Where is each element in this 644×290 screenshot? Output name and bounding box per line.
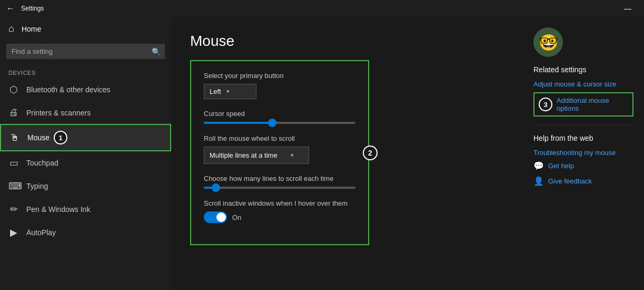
inactive-scroll-label: Scroll inactive windows when I hover ove… [204,199,355,207]
right-panel: 🤓 Related settings Adjust mouse & cursor… [523,17,644,290]
sidebar-item-autoplay[interactable]: ▶ AutoPlay [0,221,171,244]
lines-scroll-row: Choose how many lines to scroll each tim… [204,175,355,189]
search-input[interactable] [6,44,165,59]
inactive-scroll-toggle[interactable] [204,211,227,223]
troubleshoot-link[interactable]: Troubleshooting my mouse [533,149,633,157]
mouse-settings-panel: Select your primary button Left ▾ Cursor… [190,60,369,245]
section-divider [533,125,633,125]
sidebar-item-printers[interactable]: 🖨 Printers & scanners [0,101,171,124]
additional-mouse-options-link[interactable]: 3 Additional mouse options [533,92,633,117]
back-button[interactable]: ← [6,4,15,13]
sidebar-item-touchpad[interactable]: ▭ Touchpad [0,151,171,175]
get-help-link[interactable]: Get help [548,162,574,170]
slider-thumb[interactable] [268,119,276,127]
adjust-mouse-link[interactable]: Adjust mouse & cursor size [533,80,633,88]
sidebar-section-label: Devices [0,65,171,78]
minimize-button[interactable]: — [618,4,638,13]
related-settings-title: Related settings [533,65,633,74]
get-help-item[interactable]: 💬 Get help [533,161,633,171]
cursor-speed-label: Cursor speed [204,110,355,118]
typing-icon: ⌨ [8,180,19,192]
printer-icon: 🖨 [8,107,19,118]
app-title: Settings [21,5,44,12]
get-help-icon: 💬 [533,161,544,171]
lines-scroll-slider[interactable] [204,187,355,189]
home-label: Home [22,25,41,33]
sidebar-item-label: Typing [26,182,48,190]
titlebar: ← Settings — [0,0,644,17]
sidebar-item-label: AutoPlay [26,228,56,237]
lines-scroll-label: Choose how many lines to scroll each tim… [204,175,355,182]
primary-button-label: Select your primary button [204,72,355,80]
bluetooth-icon: ⬡ [8,84,19,95]
panel-badge: 2 [363,146,378,160]
dropdown-arrow-icon: ▾ [226,88,230,95]
sidebar-item-typing[interactable]: ⌨ Typing [0,175,171,198]
slider-track [204,122,355,124]
sidebar-home[interactable]: ⌂ Home [0,17,171,41]
sidebar-item-pen[interactable]: ✏ Pen & Windows Ink [0,198,171,221]
window-controls: — [618,4,638,13]
search-icon[interactable]: 🔍 [152,47,161,56]
sidebar-item-mouse[interactable]: 🖱 Mouse 1 [0,124,171,151]
toggle-value: On [232,214,241,221]
page-title: Mouse [190,33,504,50]
sidebar-item-bluetooth[interactable]: ⬡ Bluetooth & other devices [0,78,171,101]
scroll-wheel-value: Multiple lines at a time [210,151,278,159]
toggle-row: On [204,211,355,223]
give-feedback-link[interactable]: Give feedback [548,177,592,185]
sidebar-item-label: Mouse [27,133,49,142]
sidebar-item-label: Pen & Windows Ink [26,205,90,214]
avatar: 🤓 [533,27,563,57]
give-feedback-icon: 👤 [533,176,544,186]
autoplay-icon: ▶ [8,227,19,238]
primary-button-dropdown[interactable]: Left ▾ [204,84,256,99]
toggle-knob [216,212,226,222]
sidebar-item-label: Bluetooth & other devices [26,85,111,94]
main-layout: ⌂ Home 🔍 Devices ⬡ Bluetooth & other dev… [0,17,644,290]
primary-button-value: Left [210,88,221,95]
content-area: Mouse Select your primary button Left ▾ … [171,17,523,290]
search-box: 🔍 [6,44,165,59]
sidebar-item-label: Touchpad [26,159,58,167]
slider-track [204,187,355,189]
mouse-badge: 1 [54,131,67,144]
give-feedback-item[interactable]: 👤 Give feedback [533,176,633,186]
pen-icon: ✏ [8,204,19,215]
slider-thumb[interactable] [212,183,220,192]
scroll-wheel-dropdown[interactable]: Multiple lines at a time ▾ [204,147,309,164]
sidebar-item-label: Printers & scanners [26,109,91,117]
slider-fill [204,122,272,124]
additional-link-text: Additional mouse options [557,96,628,112]
primary-button-row: Select your primary button Left ▾ [204,72,355,99]
wide-dropdown-arrow-icon: ▾ [291,152,294,159]
scroll-wheel-row: Roll the mouse wheel to scroll Multiple … [204,134,355,164]
inactive-scroll-row: Scroll inactive windows when I hover ove… [204,199,355,223]
additional-badge: 3 [539,98,552,111]
touchpad-icon: ▭ [8,157,19,169]
home-icon: ⌂ [8,23,14,34]
scroll-wheel-label: Roll the mouse wheel to scroll [204,134,355,142]
cursor-speed-slider[interactable] [204,122,355,124]
help-title: Help from the web [533,134,633,142]
cursor-speed-row: Cursor speed [204,110,355,124]
sidebar: ⌂ Home 🔍 Devices ⬡ Bluetooth & other dev… [0,17,171,290]
mouse-icon: 🖱 [9,132,20,143]
